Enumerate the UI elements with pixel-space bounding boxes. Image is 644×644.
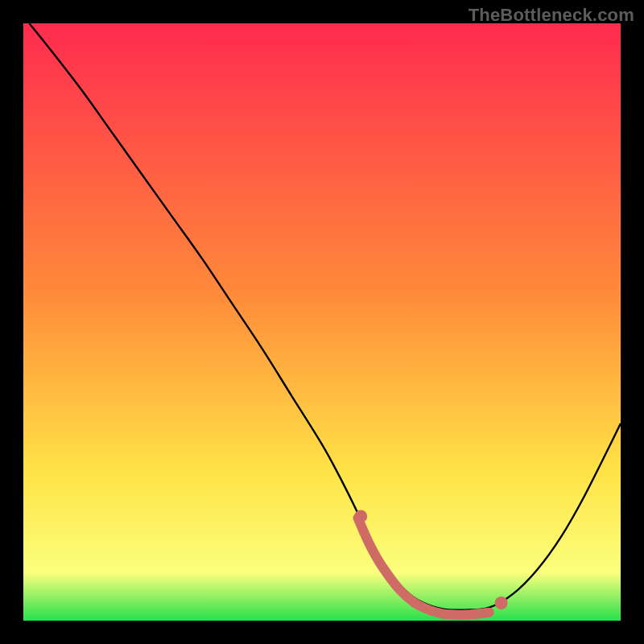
gradient-background [23, 23, 621, 621]
chart-frame: TheBottleneck.com [0, 0, 644, 644]
accent-dot-left [354, 510, 367, 522]
accent-dot-right [495, 597, 508, 609]
plot-area [23, 23, 621, 621]
bottleneck-curve-svg [23, 23, 621, 621]
